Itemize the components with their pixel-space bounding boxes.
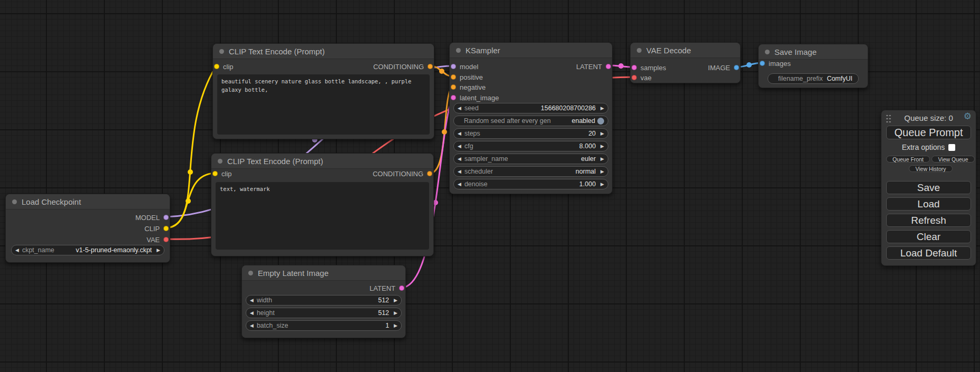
slot-dot-conditioning[interactable]: [428, 64, 433, 69]
node-empty-latent-image[interactable]: Empty Latent Image LATENT ◀ width 512 ▶ …: [241, 265, 406, 338]
output-slot-conditioning[interactable]: CONDITIONING: [373, 61, 433, 72]
widget-label: steps: [464, 130, 480, 137]
increment-arrow-icon[interactable]: ▶: [600, 106, 604, 111]
widget-batch-size[interactable]: ◀ batch_size 1 ▶: [246, 320, 402, 331]
increment-arrow-icon[interactable]: ▶: [600, 144, 604, 149]
output-slot-latent[interactable]: LATENT: [576, 61, 611, 72]
input-slot-samples[interactable]: samples: [632, 62, 666, 73]
extra-options-checkbox[interactable]: [948, 144, 955, 151]
view-queue-button[interactable]: View Queue: [932, 156, 975, 163]
input-slot-model[interactable]: model: [451, 61, 478, 72]
decrement-arrow-icon[interactable]: ◀: [15, 248, 19, 253]
node-ksampler[interactable]: KSampler model LATENT positive negative …: [449, 42, 613, 194]
node-vae-decode[interactable]: VAE Decode samples IMAGE vae: [630, 42, 741, 83]
slot-dot-vae[interactable]: [632, 75, 637, 80]
output-slot-model[interactable]: MODEL: [135, 212, 169, 223]
node-save-image[interactable]: Save Image images filename_prefix ComfyU…: [758, 44, 868, 88]
node-clip-text-encode-negative[interactable]: CLIP Text Encode (Prompt) clip CONDITION…: [211, 153, 434, 256]
increment-arrow-icon[interactable]: ▶: [394, 311, 397, 316]
gear-icon[interactable]: ⚙: [964, 112, 972, 121]
slot-dot-negative[interactable]: [451, 84, 456, 90]
save-button[interactable]: Save: [886, 181, 971, 194]
decrement-arrow-icon[interactable]: ◀: [458, 144, 461, 149]
node-load-checkpoint[interactable]: Load Checkpoint MODEL CLIP VAE ◀ ckpt_na…: [5, 194, 170, 263]
node-title-bar[interactable]: Empty Latent Image: [242, 265, 405, 281]
widget-height[interactable]: ◀ height 512 ▶: [246, 308, 402, 318]
node-title-bar[interactable]: CLIP Text Encode (Prompt): [211, 154, 433, 169]
input-slot-latent-image[interactable]: latent_image: [451, 92, 499, 103]
load-button[interactable]: Load: [886, 197, 971, 211]
widget-label: seed: [464, 104, 479, 112]
widget-denoise[interactable]: ◀ denoise 1.000 ▶: [453, 179, 608, 189]
widget-sampler-name[interactable]: ◀ sampler_name euler ▶: [453, 154, 608, 164]
slot-dot-clip[interactable]: [212, 171, 218, 176]
decrement-arrow-icon[interactable]: ◀: [250, 311, 254, 316]
output-slot-latent[interactable]: LATENT: [370, 283, 404, 293]
increment-arrow-icon[interactable]: ▶: [600, 131, 604, 136]
node-title-bar[interactable]: Load Checkpoint: [6, 194, 170, 209]
increment-arrow-icon[interactable]: ▶: [394, 298, 397, 303]
widget-steps[interactable]: ◀ steps 20 ▶: [453, 128, 608, 139]
input-slot-positive[interactable]: positive: [451, 72, 483, 82]
widget-ckpt-name[interactable]: ◀ ckpt_name v1-5-pruned-emaonly.ckpt ▶: [11, 245, 164, 255]
refresh-button[interactable]: Refresh: [886, 214, 971, 227]
increment-arrow-icon[interactable]: ▶: [600, 169, 604, 174]
output-slot-image[interactable]: IMAGE: [708, 62, 739, 73]
decrement-arrow-icon[interactable]: ◀: [250, 298, 254, 303]
slot-dot-model[interactable]: [163, 215, 169, 220]
input-slot-negative[interactable]: negative: [451, 82, 486, 92]
widget-seed[interactable]: ◀ seed 156680208700286 ▶: [453, 103, 608, 113]
slot-dot-vae[interactable]: [163, 237, 169, 242]
slot-dot-latent[interactable]: [606, 64, 611, 69]
slot-dot-clip[interactable]: [163, 226, 169, 231]
node-graph-canvas[interactable]: Load Checkpoint MODEL CLIP VAE ◀ ckpt_na…: [0, 0, 980, 372]
slot-dot-latent-image[interactable]: [451, 95, 456, 100]
slot-dot-conditioning[interactable]: [427, 171, 432, 176]
decrement-arrow-icon[interactable]: ◀: [458, 131, 461, 136]
node-title-bar[interactable]: CLIP Text Encode (Prompt): [213, 44, 434, 59]
node-title-bar[interactable]: Save Image: [759, 44, 868, 60]
node-title-bar[interactable]: KSampler: [450, 43, 612, 58]
widget-value: v1-5-pruned-emaonly.ckpt: [76, 246, 152, 254]
slot-dot-positive[interactable]: [451, 74, 456, 80]
widget-width[interactable]: ◀ width 512 ▶: [246, 295, 402, 306]
input-slot-clip[interactable]: clip: [212, 168, 232, 179]
decrement-arrow-icon[interactable]: ◀: [458, 106, 461, 111]
queue-front-button[interactable]: Queue Front: [886, 156, 930, 163]
decrement-arrow-icon[interactable]: ◀: [458, 169, 461, 174]
decrement-arrow-icon[interactable]: ◀: [458, 182, 461, 187]
input-slot-images[interactable]: images: [760, 58, 791, 69]
view-history-button[interactable]: View History: [909, 165, 953, 172]
slot-label: vae: [641, 74, 652, 82]
node-clip-text-encode-positive[interactable]: CLIP Text Encode (Prompt) clip CONDITION…: [212, 43, 434, 139]
widget-random-seed-toggle[interactable]: Random seed after every gen enabled: [453, 116, 608, 126]
slot-dot-images[interactable]: [760, 61, 765, 66]
slot-dot-samples[interactable]: [632, 65, 637, 70]
increment-arrow-icon[interactable]: ▶: [394, 323, 397, 328]
widget-scheduler[interactable]: ◀ scheduler normal ▶: [453, 166, 608, 177]
widget-filename-prefix[interactable]: filename_prefix ComfyUI: [768, 73, 859, 84]
input-slot-vae[interactable]: vae: [632, 72, 652, 83]
increment-arrow-icon[interactable]: ▶: [600, 182, 604, 187]
output-slot-vae[interactable]: VAE: [147, 234, 169, 245]
increment-arrow-icon[interactable]: ▶: [157, 248, 160, 253]
slot-dot-clip[interactable]: [214, 64, 219, 69]
slot-dot-latent[interactable]: [399, 285, 404, 291]
input-slot-clip[interactable]: clip: [214, 61, 234, 72]
toggle-knob[interactable]: [597, 118, 604, 125]
output-slot-clip[interactable]: CLIP: [144, 223, 169, 234]
widget-label: filename_prefix: [778, 75, 823, 82]
load-default-button[interactable]: Load Default: [886, 246, 971, 260]
decrement-arrow-icon[interactable]: ◀: [250, 323, 254, 328]
output-slot-conditioning[interactable]: CONDITIONING: [373, 168, 432, 179]
slot-dot-image[interactable]: [734, 65, 739, 70]
slot-dot-model[interactable]: [451, 64, 456, 69]
prompt-textarea-negative[interactable]: text, watermark: [216, 182, 429, 250]
prompt-textarea-positive[interactable]: beautiful scenery nature glass bottle la…: [217, 74, 430, 135]
queue-prompt-button[interactable]: Queue Prompt: [886, 126, 971, 139]
clear-button[interactable]: Clear: [886, 230, 971, 243]
decrement-arrow-icon[interactable]: ◀: [458, 157, 461, 161]
node-title-bar[interactable]: VAE Decode: [630, 43, 740, 58]
increment-arrow-icon[interactable]: ▶: [600, 157, 604, 161]
widget-cfg[interactable]: ◀ cfg 8.000 ▶: [453, 141, 608, 151]
